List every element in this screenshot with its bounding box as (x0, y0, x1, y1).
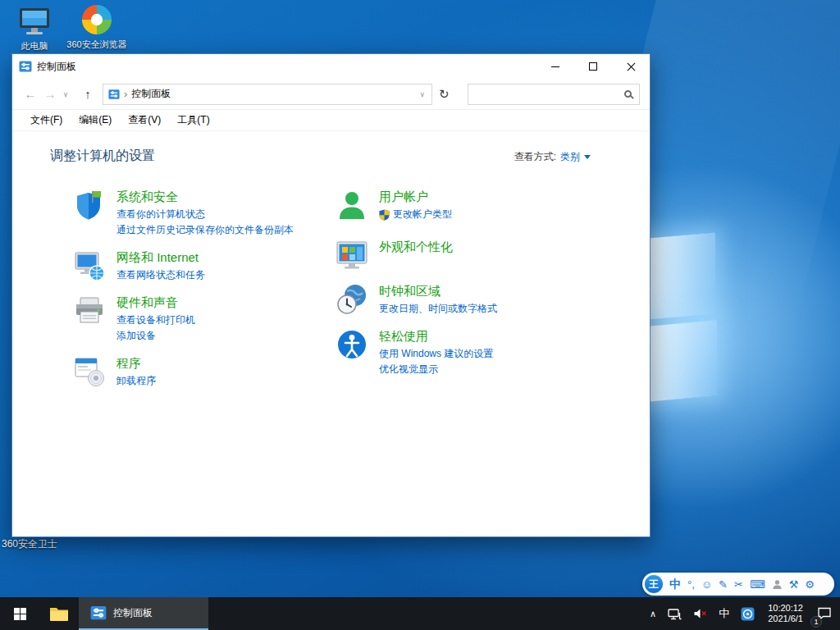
refresh-icon[interactable]: ↻ (432, 87, 456, 102)
action-center-button[interactable]: 1 (810, 597, 840, 630)
ime-mode-toggle[interactable]: 中 (669, 578, 681, 590)
category-link[interactable]: 查看你的计算机状态 (116, 207, 294, 222)
screenshot-scissors-icon[interactable]: ✂ (734, 579, 743, 590)
clock-icon[interactable] (336, 283, 368, 316)
category-title[interactable]: 程序 (116, 355, 156, 372)
personalization-icon[interactable] (336, 239, 368, 272)
category-link[interactable]: 卸载程序 (116, 373, 156, 389)
page-title: 调整计算机的设置 (50, 148, 155, 165)
gear-icon[interactable]: ⚙ (805, 579, 815, 590)
address-bar[interactable]: › 控制面板 ∨ (103, 84, 432, 105)
category-ease-of-access: 轻松使用 使用 Windows 建议的设置 优化视觉显示 (336, 328, 606, 377)
forward-icon[interactable]: → (40, 87, 60, 101)
category-title[interactable]: 轻松使用 (379, 328, 493, 345)
menu-edit[interactable]: 编辑(E) (71, 113, 120, 127)
view-by-label: 查看方式: (514, 150, 556, 164)
category-title[interactable]: 硬件和声音 (116, 294, 195, 311)
category-link-uac[interactable]: 更改帐户类型 (379, 207, 452, 222)
account-icon[interactable] (772, 579, 783, 590)
desktop-icon-this-pc[interactable]: 此电脑 (3, 5, 66, 52)
soft-keyboard-icon[interactable]: ⌨ (750, 579, 765, 590)
ime-indicator[interactable]: 中 (713, 597, 735, 630)
address-dropdown-icon[interactable]: ∨ (416, 90, 428, 98)
categories-left: 系统和安全 查看你的计算机状态 通过文件历史记录保存你的文件备份副本 (73, 189, 344, 400)
menu-bar: 文件(F) 编辑(E) 查看(V) 工具(T) (12, 110, 650, 131)
back-icon[interactable]: ← (21, 87, 40, 101)
category-title[interactable]: 系统和安全 (116, 189, 294, 205)
taskbar: 控制面板 ∧ 中 (0, 597, 840, 630)
menu-view[interactable]: 查看(V) (120, 113, 169, 127)
toolbox-icon[interactable]: ⚒ (789, 579, 799, 590)
breadcrumb-chevron-icon: › (124, 88, 127, 100)
network-icon[interactable] (73, 249, 106, 282)
windows-logo-pane (648, 232, 715, 319)
start-button[interactable] (0, 597, 39, 630)
desktop-icon-360-safety-label[interactable]: 360安全卫士 (2, 537, 57, 551)
menu-file[interactable]: 文件(F) (22, 113, 71, 127)
category-programs: 程序 卸载程序 (73, 355, 344, 389)
category-link-label: 更改帐户类型 (393, 207, 452, 222)
category-link[interactable]: 查看设备和打印机 (116, 313, 195, 328)
taskbar-app-label: 控制面板 (113, 606, 153, 620)
category-title[interactable]: 外观和个性化 (379, 239, 453, 255)
browser-tray-icon[interactable] (735, 597, 760, 630)
category-user-accounts: 用户帐户 更改帐户类型 (336, 189, 606, 222)
category-title[interactable]: 时钟和区域 (379, 283, 497, 299)
close-button[interactable] (612, 54, 650, 79)
breadcrumb[interactable]: 控制面板 (131, 87, 412, 101)
tray-overflow-chevron-icon[interactable]: ∧ (644, 597, 662, 630)
category-title[interactable]: 用户帐户 (379, 189, 452, 205)
file-explorer-button[interactable] (39, 597, 79, 630)
clock-time: 10:20:12 (768, 603, 803, 614)
user-icon[interactable] (336, 189, 368, 221)
system-tray: ∧ 中 (644, 597, 840, 630)
emoji-icon[interactable]: ☺ (701, 579, 712, 590)
category-title[interactable]: 网络和 Internet (116, 249, 205, 266)
desktop-icon-360-browser[interactable]: 360安全浏览器 (66, 3, 128, 51)
category-hardware-sound: 硬件和声音 查看设备和打印机 添加设备 (73, 294, 344, 344)
minimize-button[interactable] (536, 54, 574, 79)
window-titlebar[interactable]: 控制面板 (12, 54, 650, 79)
window-title: 控制面板 (37, 60, 76, 74)
control-panel-icon (19, 60, 32, 73)
category-clock-region: 时钟和区域 更改日期、时间或数字格式 (336, 283, 606, 317)
category-link[interactable]: 添加设备 (116, 328, 195, 344)
menu-tools[interactable]: 工具(T) (169, 113, 217, 127)
ime-punctuation-toggle[interactable]: °, (687, 579, 695, 590)
desktop-icon-label: 360安全浏览器 (66, 39, 128, 51)
category-network-internet: 网络和 Internet 查看网络状态和任务 (73, 249, 344, 283)
clock-date: 2021/6/1 (768, 614, 803, 624)
category-link[interactable]: 优化视觉显示 (379, 362, 493, 377)
category-link[interactable]: 通过文件历史记录保存你的文件备份副本 (116, 222, 294, 238)
handwriting-icon[interactable]: ✎ (719, 579, 728, 590)
taskbar-app-control-panel[interactable]: 控制面板 (79, 597, 208, 630)
ime-logo[interactable]: 王 (645, 575, 663, 593)
category-system-security: 系统和安全 查看你的计算机状态 通过文件历史记录保存你的文件备份副本 (73, 189, 344, 238)
desktop: 此电脑 360安全浏览器 360安全卫士 控制面板 (0, 0, 840, 630)
up-icon[interactable]: ↑ (78, 87, 98, 101)
printer-icon[interactable] (73, 294, 106, 327)
history-dropdown-icon[interactable]: ∨ (60, 90, 71, 98)
control-panel-content: 调整计算机的设置 查看方式: 类别 系统和安全 查看你 (12, 131, 650, 536)
shield-icon[interactable] (73, 189, 106, 221)
category-link[interactable]: 更改日期、时间或数字格式 (379, 301, 497, 317)
search-input[interactable] (473, 86, 624, 103)
360-browser-icon (66, 3, 128, 36)
maximize-button[interactable] (574, 54, 612, 79)
windows-logo-icon (14, 608, 26, 620)
volume-muted-icon[interactable] (687, 597, 713, 630)
control-panel-icon (90, 605, 107, 621)
category-link[interactable]: 查看网络状态和任务 (116, 267, 205, 283)
taskbar-clock[interactable]: 10:20:12 2021/6/1 (760, 597, 810, 630)
chevron-down-icon[interactable] (584, 155, 591, 159)
search-box[interactable] (468, 84, 640, 105)
category-link[interactable]: 使用 Windows 建议的设置 (379, 346, 493, 362)
ime-toolbar: 王 中 °, ☺ ✎ ✂ ⌨ ⚒ ⚙ (642, 573, 834, 596)
network-icon[interactable] (662, 597, 687, 630)
view-by-value[interactable]: 类别 (560, 150, 580, 164)
control-panel-window: 控制面板 ← → ∨ ↑ › 控制面板 (11, 53, 651, 537)
search-icon[interactable] (624, 90, 632, 98)
programs-icon[interactable] (73, 355, 106, 388)
this-pc-icon (3, 5, 66, 38)
accessibility-icon[interactable] (336, 328, 368, 361)
